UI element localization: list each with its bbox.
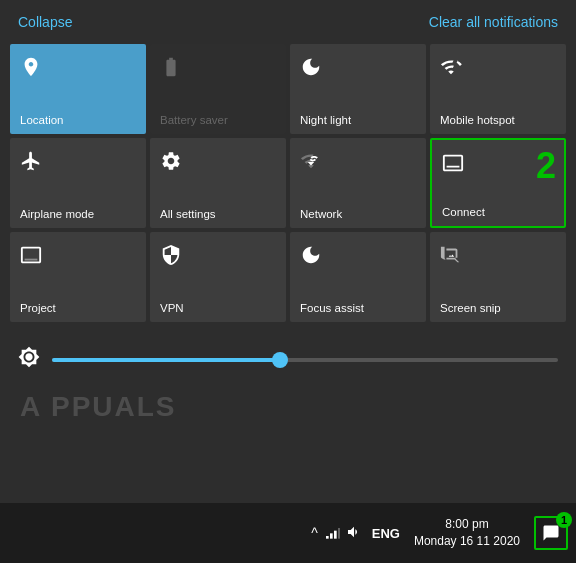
tile-location[interactable]: Location — [10, 44, 146, 134]
screen-snip-icon — [440, 244, 462, 272]
project-icon — [20, 244, 42, 272]
location-label: Location — [20, 114, 63, 126]
svg-rect-1 — [326, 536, 329, 539]
clear-notifications-button[interactable]: Clear all notifications — [429, 14, 558, 30]
watermark: A PPUALS — [20, 391, 177, 423]
tiles-grid: Location Battery saver Night light Mobil… — [0, 40, 576, 332]
brightness-fill — [52, 358, 280, 362]
connect-label: Connect — [442, 206, 485, 218]
taskbar: ^ ENG 8:00 pm Monday 16 11 2020 1 — [0, 503, 576, 563]
tray-network-icon[interactable] — [324, 524, 340, 543]
clock-date: Monday 16 11 2020 — [414, 533, 520, 550]
focus-assist-icon — [300, 244, 322, 272]
vpn-label: VPN — [160, 302, 184, 314]
language-indicator[interactable]: ENG — [372, 526, 400, 541]
network-label: Network — [300, 208, 342, 220]
tray-volume-icon[interactable] — [346, 524, 362, 543]
airplane-mode-label: Airplane mode — [20, 208, 94, 220]
brightness-thumb — [272, 352, 288, 368]
action-center-header: Collapse Clear all notifications — [0, 0, 576, 40]
mobile-hotspot-icon — [440, 56, 462, 84]
tile-focus-assist[interactable]: Focus assist — [290, 232, 426, 322]
battery-saver-label: Battery saver — [160, 114, 228, 126]
focus-assist-label: Focus assist — [300, 302, 364, 314]
tile-screen-snip[interactable]: Screen snip — [430, 232, 566, 322]
tile-mobile-hotspot[interactable]: Mobile hotspot — [430, 44, 566, 134]
project-label: Project — [20, 302, 56, 314]
mobile-hotspot-label: Mobile hotspot — [440, 114, 515, 126]
tile-all-settings[interactable]: All settings — [150, 138, 286, 228]
svg-rect-0 — [25, 259, 38, 261]
svg-rect-4 — [338, 528, 340, 539]
brightness-slider[interactable] — [52, 358, 558, 362]
night-light-label: Night light — [300, 114, 351, 126]
brightness-icon — [18, 346, 40, 373]
watermark-text: A PPUALS — [20, 391, 177, 422]
network-icon — [300, 150, 322, 178]
screen-snip-label: Screen snip — [440, 302, 501, 314]
action-center: Collapse Clear all notifications Locatio… — [0, 0, 576, 503]
tray-chevron-icon[interactable]: ^ — [311, 525, 318, 541]
location-icon — [20, 56, 42, 84]
vpn-icon — [160, 244, 182, 272]
all-settings-label: All settings — [160, 208, 216, 220]
tray-icons: ^ — [311, 524, 362, 543]
tile-vpn[interactable]: VPN — [150, 232, 286, 322]
collapse-button[interactable]: Collapse — [18, 14, 72, 30]
tile-network[interactable]: Network — [290, 138, 426, 228]
clock-time: 8:00 pm — [445, 516, 488, 533]
notification-center-button[interactable]: 1 — [534, 516, 568, 550]
battery-saver-icon — [160, 56, 182, 84]
tile-airplane-mode[interactable]: Airplane mode — [10, 138, 146, 228]
clock[interactable]: 8:00 pm Monday 16 11 2020 — [410, 516, 524, 550]
tile-project[interactable]: Project — [10, 232, 146, 322]
connect-badge: 2 — [536, 148, 556, 184]
notification-badge: 1 — [556, 512, 572, 528]
system-tray: ^ ENG 8:00 pm Monday 16 11 2020 1 — [311, 516, 568, 550]
tile-battery-saver[interactable]: Battery saver — [150, 44, 286, 134]
svg-rect-3 — [334, 530, 337, 538]
brightness-row — [0, 332, 576, 387]
all-settings-icon — [160, 150, 182, 178]
night-light-icon — [300, 56, 322, 84]
tile-night-light[interactable]: Night light — [290, 44, 426, 134]
tile-connect[interactable]: 2 Connect — [430, 138, 566, 228]
connect-icon — [442, 152, 464, 180]
airplane-mode-icon — [20, 150, 42, 178]
svg-rect-2 — [330, 533, 333, 538]
